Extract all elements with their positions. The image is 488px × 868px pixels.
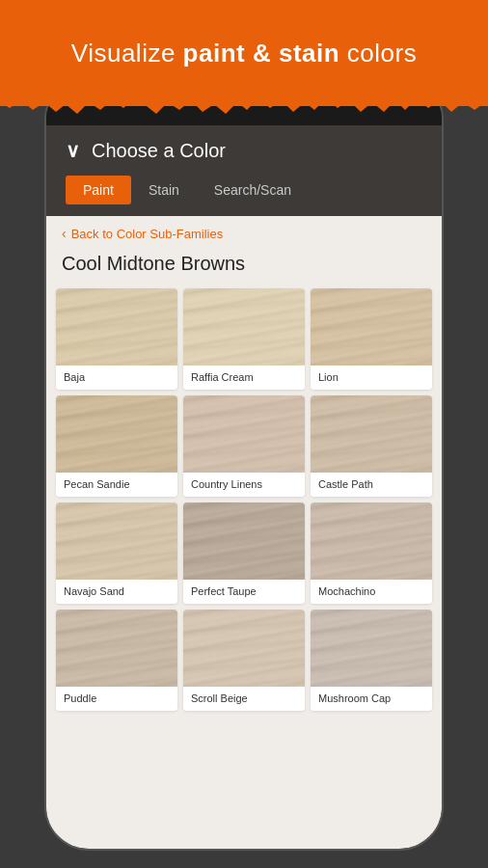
color-swatch <box>183 288 305 366</box>
color-label: Lion <box>311 366 432 390</box>
color-label: Country Linens <box>183 473 305 497</box>
color-card[interactable]: Puddle <box>56 610 177 711</box>
color-swatch <box>311 502 432 580</box>
color-label: Pecan Sandie <box>56 473 177 497</box>
color-swatch <box>183 610 305 687</box>
color-card[interactable]: Mushroom Cap <box>311 610 432 711</box>
color-card[interactable]: Scroll Beige <box>183 610 305 711</box>
tab-search-scan[interactable]: Search/Scan <box>197 176 309 204</box>
color-label: Scroll Beige <box>183 687 305 711</box>
color-card[interactable]: Country Linens <box>183 395 305 497</box>
color-label: Baja <box>56 366 177 390</box>
color-swatch <box>56 395 177 473</box>
color-label: Puddle <box>56 687 177 711</box>
color-swatch <box>56 288 177 366</box>
back-link[interactable]: ‹ Back to Color Sub-Families <box>46 216 442 249</box>
color-label: Perfect Taupe <box>183 580 305 604</box>
tabs-bar: Paint Stain Search/Scan <box>46 176 442 216</box>
banner-title: Visualize paint & stain colors <box>71 39 417 68</box>
top-banner: Visualize paint & stain colors <box>0 0 488 106</box>
color-card[interactable]: Lion <box>311 288 432 390</box>
color-card[interactable]: Pecan Sandie <box>56 395 177 497</box>
color-card[interactable]: Mochachino <box>311 502 432 604</box>
color-card[interactable]: Raffia Cream <box>183 288 305 390</box>
color-label: Mochachino <box>311 580 432 604</box>
color-swatch <box>56 610 177 687</box>
tab-stain[interactable]: Stain <box>131 176 197 204</box>
color-label: Mushroom Cap <box>311 687 432 711</box>
color-label: Castle Path <box>311 473 432 497</box>
header-title: Choose a Color <box>92 140 226 162</box>
color-label: Raffia Cream <box>183 366 305 390</box>
color-swatch <box>56 502 177 580</box>
color-swatch <box>311 395 432 473</box>
color-swatch <box>311 610 432 687</box>
color-card[interactable]: Castle Path <box>311 395 432 497</box>
section-title: Cool Midtone Browns <box>46 249 442 288</box>
phone-screen: ∨ Choose a Color Paint Stain Search/Scan… <box>46 125 442 849</box>
back-link-text: Back to Color Sub-Families <box>71 227 224 241</box>
color-label: Navajo Sand <box>56 580 177 604</box>
color-swatch <box>311 288 432 366</box>
color-swatch <box>183 395 305 473</box>
app-header: ∨ Choose a Color <box>46 125 442 176</box>
content-area: ‹ Back to Color Sub-Families Cool Midton… <box>46 216 442 833</box>
color-card[interactable]: Baja <box>56 288 177 390</box>
color-swatch <box>183 502 305 580</box>
color-grid: BajaRaffia CreamLionPecan SandieCountry … <box>46 288 442 720</box>
phone-frame: ∨ Choose a Color Paint Stain Search/Scan… <box>46 77 442 849</box>
color-card[interactable]: Navajo Sand <box>56 502 177 604</box>
color-card[interactable]: Perfect Taupe <box>183 502 305 604</box>
chevron-down-icon[interactable]: ∨ <box>66 139 80 162</box>
tab-paint[interactable]: Paint <box>66 176 131 204</box>
back-chevron-icon: ‹ <box>62 226 67 241</box>
